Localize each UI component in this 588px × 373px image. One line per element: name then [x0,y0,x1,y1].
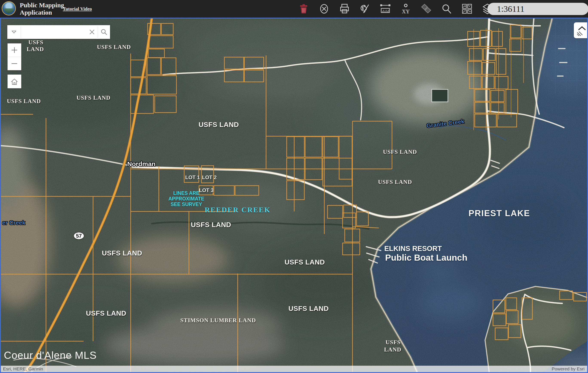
select-icon [420,3,432,15]
draw-icon[interactable] [359,3,371,15]
minus-icon [11,60,18,67]
home-button[interactable] [8,74,21,88]
app-title-line2: Application [20,9,64,16]
search-submit-button[interactable] [98,25,110,39]
map-canvas[interactable] [1,19,587,372]
collapse-panel-button[interactable] [574,22,588,38]
attribution-sources: Esri, HERE, Garmin [3,366,43,372]
close-icon [89,29,95,35]
zoom-out-button[interactable] [8,57,21,70]
map-container[interactable]: 57 USFSLANDUSFS LANDUSFS LANDUSFS LANDUS… [1,19,587,372]
home-icon [10,77,19,86]
basemap-gallery-icon[interactable] [461,3,473,15]
tutorial-video-link[interactable]: Tutorial Video [63,6,92,12]
app-title: Public Mapping Application [20,1,64,16]
xy-coordinates-icon[interactable]: XY [399,3,412,15]
county-seal-logo [2,1,16,15]
map-search-widget [7,25,110,39]
trash-icon[interactable] [297,3,310,15]
print-icon[interactable] [338,3,351,15]
zoom-in-button[interactable] [8,43,21,57]
scale-input[interactable] [487,3,588,15]
search-source-dropdown[interactable] [7,25,21,39]
powered-by-esri: Powered by Esri [552,366,585,372]
search-input[interactable] [21,25,86,39]
toolbar: XY [297,0,494,18]
app-header: Public Mapping Application Tutorial Vide… [0,0,588,18]
chevron-up-icon [576,24,588,36]
cancel-icon[interactable] [318,3,330,15]
map-frame: 57 USFSLANDUSFS LANDUSFS LANDUSFS LANDUS… [0,18,588,373]
measure-icon[interactable] [379,3,392,15]
svg-text:XY: XY [402,9,410,14]
chevron-down-icon [12,31,16,33]
app-title-line1: Public Mapping [20,1,64,9]
search-clear-button[interactable] [86,25,98,39]
plus-icon [11,47,18,53]
search-icon[interactable] [440,3,453,15]
attribution-bar: Esri, HERE, Garmin Powered by Esri [1,366,587,372]
search-icon [101,29,107,35]
zoom-widget [8,43,21,70]
